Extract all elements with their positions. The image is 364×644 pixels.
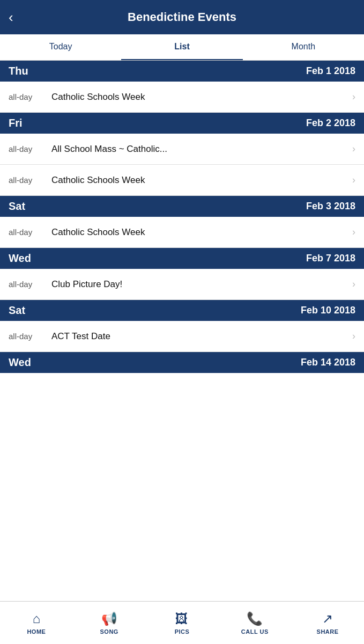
- day-label: Wed: [9, 356, 31, 369]
- date-label: Feb 14 2018: [301, 357, 355, 368]
- event-list: Thu Feb 1 2018 all-day Catholic Schools …: [0, 61, 364, 644]
- event-row[interactable]: all-day Catholic Schools Week ›: [0, 82, 364, 113]
- day-header: Sat Feb 10 2018: [0, 300, 364, 321]
- event-title: Catholic Schools Week: [51, 92, 348, 103]
- chevron-icon: ›: [352, 143, 355, 155]
- event-row[interactable]: all-day Catholic Schools Week ›: [0, 217, 364, 248]
- event-title: ACT Test Date: [51, 331, 348, 342]
- nav-item-call-us[interactable]: 📞 CALL US: [218, 602, 291, 644]
- event-row[interactable]: all-day ACT Test Date ›: [0, 321, 364, 352]
- day-header: Wed Feb 7 2018: [0, 248, 364, 269]
- date-label: Feb 1 2018: [306, 65, 355, 77]
- pics-icon: 🖼: [175, 611, 188, 626]
- page-title: Benedictine Events: [9, 10, 355, 24]
- call-us-label: CALL US: [241, 628, 269, 635]
- day-header: Wed Feb 14 2018: [0, 352, 364, 373]
- share-icon: ↗: [322, 611, 333, 626]
- song-label: SONG: [100, 628, 118, 635]
- event-row[interactable]: all-day All School Mass ~ Catholic... ›: [0, 134, 364, 165]
- chevron-icon: ›: [352, 91, 355, 103]
- app-header: ‹ Benedictine Events: [0, 0, 364, 34]
- day-label: Sat: [9, 200, 25, 213]
- event-time: all-day: [9, 175, 51, 185]
- chevron-icon: ›: [352, 331, 355, 342]
- chevron-icon: ›: [352, 279, 355, 290]
- home-label: HOME: [27, 628, 46, 635]
- event-title: Club Picture Day!: [51, 279, 348, 290]
- day-header: Thu Feb 1 2018: [0, 61, 364, 82]
- home-icon: ⌂: [33, 611, 41, 626]
- event-title: All School Mass ~ Catholic...: [51, 144, 348, 155]
- tab-month[interactable]: Month: [243, 34, 364, 60]
- chevron-icon: ›: [352, 226, 355, 238]
- day-header: Fri Feb 2 2018: [0, 113, 364, 134]
- pics-label: PICS: [175, 628, 190, 635]
- tab-today[interactable]: Today: [0, 34, 121, 60]
- tab-bar: Today List Month: [0, 34, 364, 61]
- song-icon: 📢: [101, 611, 117, 626]
- event-row[interactable]: all-day Club Picture Day! ›: [0, 269, 364, 300]
- day-label: Sat: [9, 304, 25, 317]
- day-header: Sat Feb 3 2018: [0, 196, 364, 217]
- event-time: all-day: [9, 332, 51, 341]
- event-row[interactable]: all-day Catholic Schools Week ›: [0, 165, 364, 196]
- chevron-icon: ›: [352, 174, 355, 186]
- day-label: Wed: [9, 252, 31, 265]
- day-label: Fri: [9, 117, 23, 129]
- date-label: Feb 3 2018: [306, 201, 355, 212]
- bottom-navigation: ⌂ HOME 📢 SONG 🖼 PICS 📞 CALL US ↗ SHARE: [0, 601, 364, 644]
- event-time: all-day: [9, 280, 51, 289]
- date-label: Feb 2 2018: [306, 118, 355, 129]
- tab-list[interactable]: List: [121, 34, 242, 60]
- nav-item-share[interactable]: ↗ SHARE: [291, 602, 364, 644]
- share-label: SHARE: [317, 628, 339, 635]
- date-label: Feb 7 2018: [306, 253, 355, 264]
- nav-item-song[interactable]: 📢 SONG: [73, 602, 146, 644]
- nav-item-pics[interactable]: 🖼 PICS: [146, 602, 219, 644]
- back-button[interactable]: ‹: [9, 9, 13, 26]
- day-label: Thu: [9, 65, 28, 77]
- event-time: all-day: [9, 144, 51, 153]
- nav-item-home[interactable]: ⌂ HOME: [0, 602, 73, 644]
- event-time: all-day: [9, 228, 51, 237]
- event-title: Catholic Schools Week: [51, 227, 348, 238]
- date-label: Feb 10 2018: [301, 305, 355, 316]
- call-us-icon: 📞: [247, 611, 263, 626]
- event-title: Catholic Schools Week: [51, 175, 348, 186]
- event-time: all-day: [9, 92, 51, 101]
